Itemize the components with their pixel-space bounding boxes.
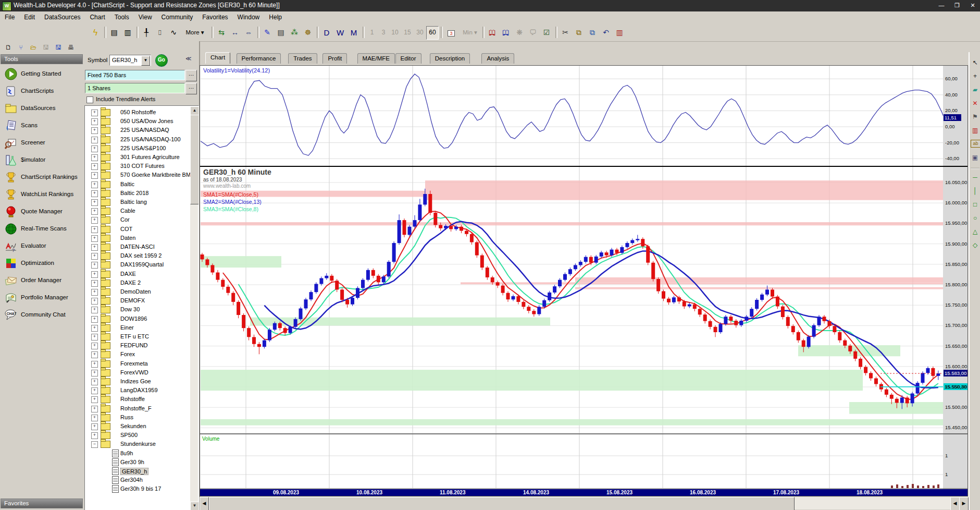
sidebar-item-chartscript-rankings[interactable]: ChartScript Rankings	[1, 169, 82, 186]
knowledge-base-icon[interactable]: 🕮	[499, 26, 513, 40]
sidebar-item-real-time-scans[interactable]: Real-Time Scans	[1, 221, 82, 238]
tab-trades[interactable]: Trades	[288, 53, 317, 64]
tree-item-225-usa-nasdaq[interactable]: +225 USA/NASDAQ	[85, 126, 189, 135]
print-icon[interactable]: 🖶	[66, 43, 76, 53]
candle-style-icon[interactable]: ⌷	[153, 26, 167, 40]
highlighter-icon[interactable]: ✎	[260, 26, 274, 40]
pane-layout-icon[interactable]: ▤	[107, 26, 121, 40]
open-folder-icon[interactable]: 🗁	[28, 43, 39, 53]
tree-item-8u9h[interactable]: 8u9h	[85, 449, 189, 458]
tree-scrollbar-thumb[interactable]	[190, 115, 199, 204]
expand-icon[interactable]: +	[91, 316, 98, 323]
tree-item-570-goerke-marktbreite-bmi[interactable]: +570 Goerke Marktbreite BMI	[85, 171, 189, 179]
tree-item-fedfund[interactable]: +FEDFUND	[85, 341, 189, 350]
menu-tools[interactable]: Tools	[110, 11, 134, 24]
tree-item-dax1959quartal[interactable]: +DAX1959Quartal	[85, 260, 189, 269]
sidebar-item-getting-started[interactable]: Getting Started	[1, 66, 82, 83]
sidebar-item-quote-manager[interactable]: Quote Manager	[1, 203, 82, 221]
monthly-scale-button[interactable]: M	[347, 26, 361, 40]
tree-item-demofx[interactable]: +DEMOFX	[85, 296, 189, 305]
trend-hline-icon[interactable]: ─	[971, 173, 979, 182]
eraser-tool-icon[interactable]: ▰	[971, 86, 979, 94]
tree-item-rohstoffe-f[interactable]: +Rohstoffe_F	[85, 404, 189, 413]
menu-datasources[interactable]: DataSources	[40, 11, 85, 24]
minute-30-button[interactable]: 30	[414, 26, 426, 40]
expand-icon[interactable]: +	[91, 415, 98, 421]
position-size-options-button[interactable]: …	[185, 83, 197, 94]
image-tool-icon[interactable]: ▣	[971, 153, 979, 162]
tab-profit[interactable]: Profit	[322, 53, 347, 64]
tree-item-ger30h-9-bis-17[interactable]: Ger30h 9 bis 17	[85, 484, 189, 493]
flag-tool-icon[interactable]: ⚑	[971, 113, 979, 122]
expand-icon[interactable]: +	[91, 396, 98, 403]
close-button[interactable]: ✕	[965, 1, 980, 10]
ellipse-tool-icon[interactable]: ○	[971, 214, 979, 223]
tree-item-ger304h[interactable]: Ger304h	[85, 476, 189, 484]
notes-icon[interactable]: ▥	[613, 26, 626, 40]
sidebar-item-evaluator[interactable]: ?Evaluator	[1, 238, 82, 255]
expand-icon[interactable]: +	[91, 351, 98, 358]
trend-vline-icon[interactable]: │	[971, 187, 979, 196]
minimize-button[interactable]: —	[934, 1, 949, 10]
expand-icon[interactable]: +	[91, 307, 98, 313]
expand-icon[interactable]: +	[91, 271, 98, 278]
more-styles-button[interactable]: More ▾	[180, 26, 209, 40]
tab-description[interactable]: Description	[430, 53, 470, 64]
rectangle-tool-icon[interactable]: □	[971, 200, 979, 209]
position-size-field[interactable]: 1 Shares	[85, 83, 185, 93]
zoom-bars-icon[interactable]: ↔	[228, 26, 242, 40]
delete-drawing-icon[interactable]: ✕	[971, 99, 979, 108]
tree-item-sekunden[interactable]: +Sekunden	[85, 422, 189, 431]
tab-mae-mfe[interactable]: MAE/MFE	[357, 53, 395, 64]
tree-item-cot[interactable]: +COT	[85, 225, 189, 234]
sidebar-item-community-chat[interactable]: CHATCommunity Chat	[1, 307, 82, 324]
expand-icon[interactable]: +	[91, 145, 98, 152]
bar-scale-field[interactable]: Fixed 750 Bars	[85, 70, 185, 80]
tree-item-dax-seit-1959-2[interactable]: +DAX seit 1959 2	[85, 251, 189, 260]
expand-icon[interactable]: +	[91, 262, 98, 269]
note-tool-icon[interactable]: ▥	[971, 126, 979, 135]
tree-item-forexvwd[interactable]: +ForexVWD	[85, 368, 189, 377]
tree-item-225-usa-nasdaq-100[interactable]: +225 USA/NASDAQ-100	[85, 135, 189, 144]
chart-hscrollbar[interactable]: ◀ ◀ ▶	[200, 497, 968, 509]
cut-icon[interactable]: ✂	[559, 26, 572, 40]
expand-icon[interactable]: +	[91, 244, 98, 251]
tree-item-baltic-2018[interactable]: +Baltic 2018	[85, 189, 189, 198]
tree-item-baltic-lang[interactable]: +Baltic lang	[85, 198, 189, 207]
tree-item-daten[interactable]: +Daten	[85, 234, 189, 242]
weekly-scale-button[interactable]: W	[333, 26, 347, 40]
sidebar-item-chartscripts[interactable]: ChartScripts	[1, 83, 82, 100]
collapse-panel-icon[interactable]: ≪	[185, 55, 192, 62]
expand-icon[interactable]: +	[91, 208, 98, 215]
sidebar-item-portfolio-manager[interactable]: Portfolio Manager	[1, 289, 82, 307]
menu-edit[interactable]: Edit	[19, 11, 40, 24]
tree-item-stundenkurse[interactable]: −Stundenkurse	[85, 440, 189, 448]
expand-icon[interactable]: +	[91, 423, 98, 430]
open-chartscript-icon[interactable]: ⑂	[16, 43, 26, 53]
menu-community[interactable]: Community	[157, 11, 198, 24]
alerts-icon[interactable]: ☑	[540, 26, 553, 40]
sidebar-item-watchlist-rankings[interactable]: WatchList Rankings	[1, 186, 82, 203]
tree-scrollbar[interactable]: ▲ ▼	[190, 106, 198, 510]
expand-icon[interactable]: +	[91, 217, 98, 224]
guide-icon[interactable]: 🕮	[486, 26, 499, 40]
menu-help[interactable]: Help	[264, 11, 287, 24]
minute-10-button[interactable]: 10	[389, 26, 401, 40]
expand-icon[interactable]: +	[91, 325, 98, 332]
expand-icon[interactable]: +	[91, 379, 98, 385]
symbol-input[interactable]: GER30_h ▼	[109, 55, 151, 66]
paste-icon[interactable]: ⧉	[586, 26, 599, 40]
scroll-left2-icon[interactable]: ◀	[950, 497, 960, 510]
bar-style-icon[interactable]: ╀	[140, 26, 153, 40]
tree-item-dow-30[interactable]: +Dow 30	[85, 305, 189, 314]
scroll-down-icon[interactable]: ▼	[190, 502, 199, 510]
collapse-icon[interactable]: −	[91, 441, 98, 448]
sidebar-item-screener[interactable]: Screener	[1, 135, 82, 152]
minute-unit-dropdown[interactable]: Min ▾	[460, 26, 480, 40]
sidebar-item-datasources[interactable]: DataSources	[1, 100, 82, 117]
expand-icon[interactable]: +	[91, 190, 98, 197]
tree-item-050-rohstoffe[interactable]: +050 Rohstoffe	[85, 108, 189, 117]
tree-item-daten-asci[interactable]: +DATEN-ASCI	[85, 242, 189, 251]
expand-icon[interactable]: +	[91, 235, 98, 242]
tree-item-langdax1959[interactable]: +LangDAX1959	[85, 386, 189, 395]
